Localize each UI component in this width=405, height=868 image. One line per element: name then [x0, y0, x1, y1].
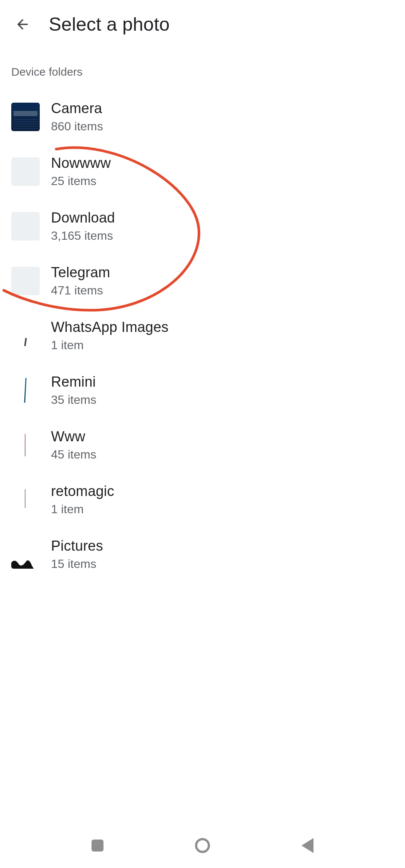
folder-text: Remini 35 items: [51, 374, 96, 407]
folder-item-remini[interactable]: Remini 35 items: [11, 363, 394, 418]
folder-item-telegram[interactable]: Telegram 471 items: [11, 254, 394, 308]
header: Select a photo: [0, 0, 405, 45]
folder-text: WhatsApp Images 1 item: [51, 319, 168, 352]
folder-item-pictures[interactable]: Pictures 15 items: [11, 527, 394, 582]
folder-count: 25 items: [51, 174, 111, 188]
folder-thumbnail: [11, 376, 40, 405]
folder-item-camera[interactable]: Camera 860 items: [11, 90, 394, 144]
folder-count: 1 item: [51, 338, 168, 352]
nav-recents-button[interactable]: [86, 834, 109, 857]
section-header: Device folders: [0, 45, 405, 90]
folder-item-retomagic[interactable]: retomagic 1 item: [11, 472, 394, 527]
page-title: Select a photo: [49, 13, 170, 35]
nav-home-button[interactable]: [191, 834, 214, 857]
circle-icon: [195, 838, 210, 853]
folder-text: retomagic 1 item: [51, 483, 114, 516]
folder-count: 3,165 items: [51, 229, 115, 243]
folder-text: Telegram 471 items: [51, 264, 110, 297]
folder-text: Pictures 15 items: [51, 538, 103, 571]
folder-item-whatsapp-images[interactable]: WhatsApp Images 1 item: [11, 308, 394, 363]
folder-thumbnail: [11, 212, 40, 241]
folder-name: Telegram: [51, 264, 110, 281]
folder-count: 1 item: [51, 502, 114, 516]
folder-thumbnail: [11, 103, 40, 131]
folder-thumbnail: [11, 540, 40, 569]
folder-name: Www: [51, 429, 96, 445]
folder-text: Nowwww 25 items: [51, 155, 111, 188]
folder-name: Camera: [51, 100, 103, 117]
folder-item-nowwww[interactable]: Nowwww 25 items: [11, 144, 394, 199]
system-navbar: [0, 823, 405, 868]
folder-name: retomagic: [51, 483, 114, 499]
arrow-left-icon: [15, 16, 30, 32]
folder-thumbnail: [11, 267, 40, 295]
folder-name: Pictures: [51, 538, 103, 554]
folder-thumbnail: [11, 157, 40, 186]
folder-count: 471 items: [51, 284, 110, 297]
folder-name: Download: [51, 210, 115, 226]
folder-thumbnail: [11, 486, 40, 514]
folder-text: Camera 860 items: [51, 100, 103, 133]
folder-list: Camera 860 items Nowwww 25 items Downloa…: [0, 90, 405, 582]
folder-item-www[interactable]: Www 45 items: [11, 418, 394, 472]
folder-text: Www 45 items: [51, 429, 96, 462]
folder-thumbnail: [11, 431, 40, 459]
square-icon: [92, 840, 104, 852]
folder-text: Download 3,165 items: [51, 210, 115, 243]
folder-count: 45 items: [51, 448, 96, 462]
folder-name: WhatsApp Images: [51, 319, 168, 335]
back-button[interactable]: [11, 13, 34, 36]
folder-count: 860 items: [51, 120, 103, 133]
folder-thumbnail: [11, 321, 40, 350]
triangle-left-icon: [302, 838, 314, 853]
folder-name: Nowwww: [51, 155, 111, 171]
folder-name: Remini: [51, 374, 96, 390]
folder-count: 35 items: [51, 393, 96, 407]
nav-back-button[interactable]: [296, 834, 319, 857]
folder-item-download[interactable]: Download 3,165 items: [11, 199, 394, 254]
folder-count: 15 items: [51, 557, 103, 571]
